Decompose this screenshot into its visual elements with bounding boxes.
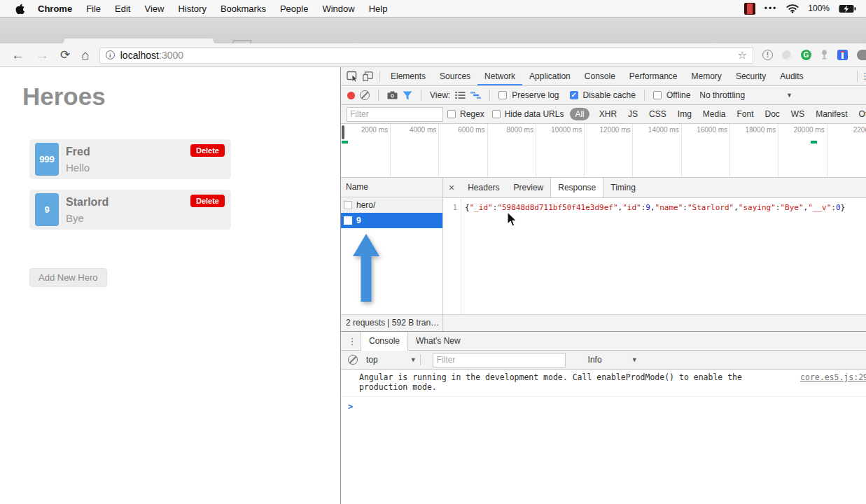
filter-type-font[interactable]: Font: [737, 109, 754, 119]
filter-type-js[interactable]: JS: [628, 109, 638, 119]
devtools-tab-memory[interactable]: Memory: [685, 67, 729, 85]
forward-button[interactable]: →: [36, 48, 49, 62]
menu-item-history[interactable]: History: [178, 4, 206, 14]
url-port: :3000: [159, 50, 183, 61]
capture-screenshots-icon[interactable]: [387, 91, 398, 99]
hero-list-item[interactable]: 999 Fred Hello Delete: [29, 139, 231, 179]
filter-type-doc[interactable]: Doc: [765, 109, 780, 119]
show-overview-icon[interactable]: [470, 91, 481, 99]
drawer-menu-icon[interactable]: ⋮: [347, 336, 357, 346]
filter-type-all[interactable]: All: [570, 108, 589, 120]
devtools-tab-sources[interactable]: Sources: [433, 67, 477, 85]
regex-label[interactable]: Regex: [460, 109, 484, 119]
use-large-rows-icon[interactable]: [455, 91, 466, 99]
extension-gray-icon[interactable]: [820, 50, 828, 60]
extension-1password-icon[interactable]: !: [762, 50, 773, 60]
drawer-tab-whats-new[interactable]: What's New: [408, 332, 468, 350]
devtools-menu-icon[interactable]: ⋮: [860, 71, 866, 81]
devtools-tab-console[interactable]: Console: [578, 67, 622, 85]
menu-item-view[interactable]: View: [144, 4, 164, 14]
request-name: hero/: [356, 200, 375, 210]
devtools-tab-security[interactable]: Security: [729, 67, 773, 85]
extension-disabled-icon[interactable]: [782, 50, 792, 60]
devtools-tab-audits[interactable]: Audits: [773, 67, 810, 85]
close-detail-icon[interactable]: ×: [443, 182, 461, 193]
wifi-icon[interactable]: [786, 4, 799, 13]
more-dots-icon[interactable]: •••: [764, 4, 778, 13]
devtools-tab-application[interactable]: Application: [522, 67, 578, 85]
extension-clipped-icon[interactable]: [857, 50, 866, 60]
overview-scroll-handle[interactable]: [342, 125, 344, 139]
menu-item-edit[interactable]: Edit: [115, 4, 130, 14]
request-row-9-selected[interactable]: 9: [341, 213, 442, 228]
menu-item-chrome[interactable]: Chrome: [38, 4, 72, 14]
filter-type-manifest[interactable]: Manifest: [816, 109, 847, 119]
offline-checkbox[interactable]: [653, 91, 662, 99]
log-level-select[interactable]: Info: [588, 355, 602, 365]
request-row-hero[interactable]: hero/: [341, 197, 442, 213]
clear-network-log-icon[interactable]: [360, 90, 370, 100]
battery-icon[interactable]: [839, 4, 856, 13]
disable-cache-checkbox[interactable]: [570, 91, 578, 99]
address-bar[interactable]: i localhost:3000 ☆: [99, 47, 753, 64]
regex-checkbox[interactable]: [447, 110, 456, 118]
chevron-down-icon[interactable]: ▼: [410, 356, 417, 363]
network-filter-input[interactable]: [347, 107, 443, 122]
devtools-tab-elements[interactable]: Elements: [384, 67, 433, 85]
requests-name-column-header[interactable]: Name: [341, 178, 442, 197]
clear-console-icon[interactable]: [348, 355, 358, 365]
add-new-hero-button[interactable]: Add New Hero: [29, 268, 107, 287]
filter-type-xhr[interactable]: XHR: [599, 109, 617, 119]
record-network-log-button[interactable]: [347, 92, 355, 99]
filter-type-ws[interactable]: WS: [791, 109, 804, 119]
filter-type-other[interactable]: Other: [859, 109, 866, 119]
detail-tab-headers[interactable]: Headers: [461, 178, 506, 197]
console-prompt[interactable]: >: [341, 397, 866, 412]
extension-lighthouse-icon[interactable]: [837, 50, 848, 60]
mouse-cursor: [507, 211, 517, 230]
inspect-element-icon[interactable]: [347, 71, 358, 82]
detail-tab-preview[interactable]: Preview: [507, 178, 551, 197]
console-filter-input[interactable]: [433, 353, 566, 368]
device-toolbar-icon[interactable]: [363, 71, 373, 81]
detail-tab-response[interactable]: Response: [550, 178, 603, 197]
chevron-down-icon[interactable]: ▼: [631, 356, 638, 363]
throttling-select[interactable]: No throttling: [699, 90, 745, 100]
chevron-down-icon[interactable]: ▼: [786, 92, 792, 99]
hero-list-item[interactable]: 9 Starlord Bye Delete: [29, 190, 231, 230]
preserve-log-label[interactable]: Preserve log: [512, 90, 559, 100]
console-source-link[interactable]: core.es5.js:29: [800, 373, 866, 383]
hide-data-urls-checkbox[interactable]: [492, 110, 501, 118]
detail-tab-timing[interactable]: Timing: [603, 178, 643, 197]
extension-grammarly-icon[interactable]: G: [801, 50, 811, 60]
menu-item-window[interactable]: Window: [322, 4, 354, 14]
filter-funnel-icon[interactable]: [403, 91, 412, 100]
menu-item-bookmarks[interactable]: Bookmarks: [221, 4, 266, 14]
apple-icon[interactable]: [15, 4, 25, 14]
url-host: localhost: [120, 50, 159, 61]
filter-type-media[interactable]: Media: [703, 109, 726, 119]
filter-type-css[interactable]: CSS: [649, 109, 666, 119]
delete-hero-button[interactable]: Delete: [190, 144, 225, 157]
back-button[interactable]: ←: [11, 48, 25, 62]
bookmark-star-icon[interactable]: ☆: [738, 49, 747, 62]
menu-item-help[interactable]: Help: [369, 4, 388, 14]
disable-cache-label[interactable]: Disable cache: [583, 90, 636, 100]
devtools-tab-performance[interactable]: Performance: [622, 67, 685, 85]
menu-item-people[interactable]: People: [280, 4, 308, 14]
page-info-icon[interactable]: i: [106, 50, 115, 59]
column-divider[interactable]: [442, 178, 443, 331]
home-button[interactable]: ⌂: [81, 48, 89, 62]
drawer-tab-console[interactable]: Console: [361, 332, 408, 351]
offline-label[interactable]: Offline: [666, 90, 690, 100]
screen-recorder-icon[interactable]: [744, 3, 755, 15]
delete-hero-button[interactable]: Delete: [190, 195, 225, 207]
reload-button[interactable]: ⟳: [60, 49, 70, 61]
devtools-tab-network[interactable]: Network: [477, 67, 522, 85]
preserve-log-checkbox[interactable]: [498, 91, 507, 99]
execution-context-select[interactable]: top: [366, 355, 378, 365]
filter-type-img[interactable]: Img: [678, 109, 692, 119]
network-overview-timeline[interactable]: 2000 ms 4000 ms 6000 ms 8000 ms 10000 ms…: [341, 124, 866, 178]
menu-item-file[interactable]: File: [86, 4, 101, 14]
hide-data-urls-label[interactable]: Hide data URLs: [505, 109, 564, 119]
